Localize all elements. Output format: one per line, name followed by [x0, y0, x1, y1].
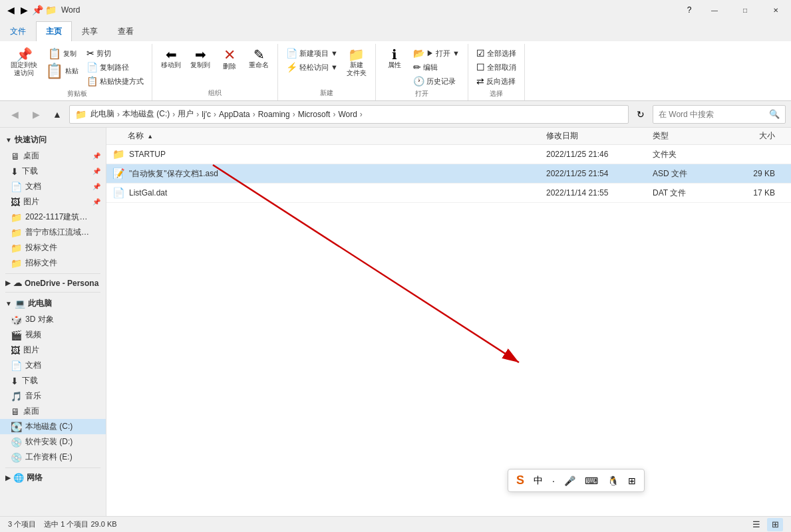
folder-icon: 📁	[75, 109, 86, 120]
up-button[interactable]: ▲	[48, 105, 67, 124]
ime-sogou-icon[interactable]: S	[514, 472, 527, 489]
refresh-button[interactable]: ↻	[631, 105, 650, 124]
thispc-header[interactable]: ▼ 💻 此电脑	[0, 295, 106, 312]
sidebar-item-desktop[interactable]: 🖥 桌面 📌	[0, 148, 106, 164]
col-header-size[interactable]: 大小	[732, 130, 786, 142]
listgal-size: 17 KB	[732, 188, 786, 198]
sidebar-item-video[interactable]: 🎬 视频	[0, 327, 106, 342]
local-disk-icon: 💽	[11, 422, 22, 432]
paste-button[interactable]: 📋 粘贴	[43, 62, 81, 80]
tab-file[interactable]: 文件	[0, 21, 36, 41]
sidebar-item-music[interactable]: 🎵 音乐	[0, 388, 106, 404]
network-header[interactable]: ▶ 🌐 网络	[0, 469, 106, 486]
copy-to-button[interactable]: ➡ 复制到	[187, 47, 214, 70]
sidebar-item-pictures2[interactable]: 🖼 图片	[0, 342, 106, 358]
ime-voice-icon[interactable]: 🎤	[561, 474, 578, 487]
ime-punctuation[interactable]: ·	[550, 474, 557, 487]
file-row-listgal[interactable]: 📄 ListGal.dat 2022/11/14 21:55 DAT 文件 17…	[106, 184, 791, 203]
bc-users[interactable]: 用户	[178, 108, 194, 120]
close-button[interactable]: ✕	[760, 0, 791, 20]
forward-button[interactable]: ▶	[27, 105, 45, 124]
sidebar-label-downloads: 下载	[22, 166, 38, 177]
pin-to-quickaccess-button[interactable]: 📌 固定到快速访问	[8, 47, 40, 78]
quick-access-header[interactable]: ▼ 快速访问	[0, 132, 106, 148]
title-folder-icon[interactable]: 📁	[45, 5, 56, 15]
paste-shortcut-button[interactable]: 📋 粘贴快捷方式	[84, 74, 146, 88]
ime-keyboard-icon[interactable]: ⌨	[582, 474, 601, 487]
sidebar-item-documents[interactable]: 📄 文档 📌	[0, 179, 106, 194]
bc-microsoft[interactable]: Microsoft	[298, 110, 331, 119]
new-item-button[interactable]: 📄 新建项目 ▼	[283, 47, 341, 60]
title-forward-icon[interactable]: ▶	[19, 5, 29, 15]
copy-button[interactable]: 📋 复制	[43, 47, 81, 61]
invert-selection-button[interactable]: ⇄ 反向选择	[474, 74, 519, 88]
help-button[interactable]: ?	[679, 0, 699, 20]
ime-emoticon-icon[interactable]: 🐧	[605, 474, 621, 487]
title-pin-icon[interactable]: 📌	[32, 5, 43, 15]
bc-appdata[interactable]: AppData	[219, 110, 250, 119]
maximize-button[interactable]: □	[730, 0, 760, 20]
properties-button[interactable]: ℹ 属性	[381, 47, 408, 70]
view-details-button[interactable]: ☰	[748, 518, 764, 531]
sidebar-item-documents2[interactable]: 📄 文档	[0, 358, 106, 373]
back-button[interactable]: ◀	[5, 105, 24, 124]
ime-chinese-mode[interactable]: 中	[531, 473, 546, 488]
view-large-icons-button[interactable]: ⊞	[767, 518, 783, 531]
move-to-button[interactable]: ⬅ 移动到	[158, 47, 184, 70]
select-none-icon: ☐	[476, 62, 485, 72]
sidebar-item-local-disk[interactable]: 💽 本地磁盘 (C:)	[0, 419, 106, 434]
bc-this-pc[interactable]: 此电脑	[90, 108, 114, 120]
ime-tools-icon[interactable]: ⊞	[625, 474, 639, 487]
copy-path-button[interactable]: 📄 复制路径	[84, 61, 146, 74]
minimize-button[interactable]: —	[699, 0, 730, 20]
select-all-button[interactable]: ☑ 全部选择	[474, 47, 519, 60]
sidebar-item-folder1[interactable]: 📁 2022-1117建筑图…	[0, 209, 106, 225]
bc-user[interactable]: lj'c	[202, 110, 211, 119]
rename-button[interactable]: ✎ 重命名	[245, 47, 272, 70]
sidebar-item-3d[interactable]: 🎲 3D 对象	[0, 312, 106, 327]
history-button[interactable]: 🕐 历史记录	[410, 74, 462, 88]
bc-word[interactable]: Word	[338, 110, 357, 119]
bc-roaming[interactable]: Roaming	[258, 110, 290, 119]
collapse-icon-thispc: ▼	[5, 300, 12, 307]
sidebar-item-folder3[interactable]: 📁 投标文件	[0, 240, 106, 255]
folder1-icon: 📁	[11, 212, 22, 223]
move-icon: ⬅	[166, 48, 177, 61]
tab-view[interactable]: 查看	[108, 21, 144, 41]
title-back-icon[interactable]: ◀	[5, 5, 16, 15]
tab-home[interactable]: 主页	[36, 21, 72, 41]
edit-button[interactable]: ✏ 编辑	[410, 61, 462, 74]
startup-icon: 📁	[112, 148, 125, 161]
search-input[interactable]	[659, 110, 769, 119]
delete-button[interactable]: ✕ 删除	[216, 47, 243, 72]
sidebar-item-folder4[interactable]: 📁 招标文件	[0, 255, 106, 271]
breadcrumb: 📁 此电脑 › 本地磁盘 (C:) › 用户 › lj'c › AppData …	[69, 105, 629, 124]
sidebar-item-desktop2[interactable]: 🖥 桌面	[0, 404, 106, 419]
file-row-startup[interactable]: 📁 STARTUP 2022/11/25 21:46 文件夹	[106, 145, 791, 164]
sidebar-item-software[interactable]: 💿 软件安装 (D:)	[0, 434, 106, 450]
sidebar-item-downloads2[interactable]: ⬇ 下载	[0, 373, 106, 388]
sidebar-item-pictures[interactable]: 🖼 图片 📌	[0, 194, 106, 209]
easy-access-button[interactable]: ⚡ 轻松访问 ▼	[283, 61, 341, 74]
ribbon-group-open: ℹ 属性 📂 ▶ 打开 ▼ ✏ 编辑 🕐 历史记录 打开	[376, 44, 468, 100]
file-row-asd[interactable]: 📝 "自动恢复"保存文档1.asd 2022/11/25 21:54 ASD 文…	[106, 164, 791, 184]
sidebar-item-downloads[interactable]: ⬇ 下载 📌	[0, 164, 106, 179]
sidebar-label-folder3: 投标文件	[25, 242, 57, 253]
select-none-button[interactable]: ☐ 全部取消	[474, 61, 519, 74]
col-header-date[interactable]: 修改日期	[546, 130, 653, 142]
tab-share[interactable]: 共享	[72, 21, 108, 41]
sidebar-item-workdata[interactable]: 💿 工作资料 (E:)	[0, 450, 106, 465]
onedrive-header[interactable]: ▶ ☁ OneDrive - Persona	[0, 275, 106, 291]
cut-button[interactable]: ✂ 剪切	[84, 47, 146, 60]
delete-icon: ✕	[224, 48, 236, 63]
open-button[interactable]: 📂 ▶ 打开 ▼	[410, 47, 462, 60]
new-folder-button[interactable]: 📁 新建文件夹	[343, 47, 370, 78]
sidebar-label-workdata: 工作资料 (E:)	[25, 452, 73, 463]
col-header-type[interactable]: 类型	[653, 130, 732, 142]
sidebar-item-folder2[interactable]: 📁 普宁市练江流域污染…	[0, 225, 106, 240]
listgal-name: ListGal.dat	[129, 188, 546, 198]
bc-local-disk[interactable]: 本地磁盘 (C:)	[122, 108, 170, 120]
col-header-name[interactable]: 名称 ▲	[112, 130, 546, 142]
statusbar: 3 个项目 选中 1 个项目 29.0 KB ☰ ⊞	[0, 516, 791, 532]
thispc-label: 此电脑	[28, 298, 52, 309]
